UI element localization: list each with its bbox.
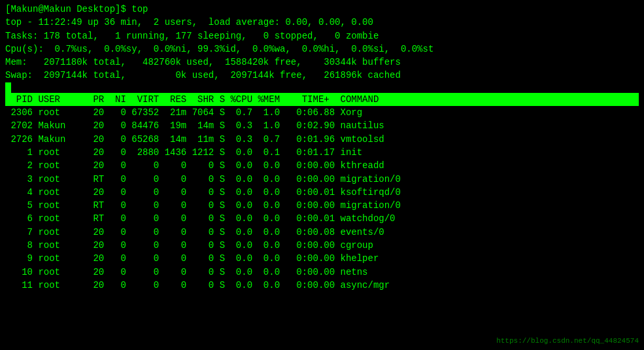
watermark: https://blog.csdn.net/qq_44824574 xyxy=(496,337,639,345)
header-line: top - 11:22:49 up 36 min, 2 users, load … xyxy=(5,16,639,29)
header-line: Cpu(s): 0.7%us, 0.0%sy, 0.0%ni, 99.3%id,… xyxy=(5,43,639,56)
process-list: 2306 root 20 0 67352 21m 7064 S 0.7 1.0 … xyxy=(5,106,639,292)
process-row: 11 root 20 0 0 0 0 S 0.0 0.0 0:00.00 asy… xyxy=(5,279,639,292)
process-row: 1 root 20 0 2880 1436 1212 S 0.0 0.1 0:0… xyxy=(5,146,639,159)
process-row: 4 root 20 0 0 0 0 S 0.0 0.0 0:00.01 ksof… xyxy=(5,186,639,199)
prompt-line: [Makun@Makun Desktop]$ top xyxy=(5,3,639,16)
process-row: 2306 root 20 0 67352 21m 7064 S 0.7 1.0 … xyxy=(5,106,639,119)
process-row: 10 root 20 0 0 0 0 S 0.0 0.0 0:00.00 net… xyxy=(5,266,639,279)
cursor-line xyxy=(5,82,639,93)
header-line: Mem: 2071180k total, 482760k used, 15884… xyxy=(5,56,639,69)
top-headers: top - 11:22:49 up 36 min, 2 users, load … xyxy=(5,16,639,82)
process-row: 3 root RT 0 0 0 0 S 0.0 0.0 0:00.00 migr… xyxy=(5,173,639,186)
process-row: 2726 Makun 20 0 65268 14m 11m S 0.3 0.7 … xyxy=(5,133,639,146)
terminal-window: [Makun@Makun Desktop]$ top top - 11:22:4… xyxy=(0,0,644,350)
process-row: 5 root RT 0 0 0 0 S 0.0 0.0 0:00.00 migr… xyxy=(5,199,639,212)
header-line: Swap: 2097144k total, 0k used, 2097144k … xyxy=(5,69,639,82)
header-line: Tasks: 178 total, 1 running, 177 sleepin… xyxy=(5,29,639,43)
process-row: 9 root 20 0 0 0 0 S 0.0 0.0 0:00.00 khel… xyxy=(5,252,639,265)
process-row: 2 root 20 0 0 0 0 S 0.0 0.0 0:00.00 kthr… xyxy=(5,159,639,172)
process-row: 2702 Makun 20 0 84476 19m 14m S 0.3 1.0 … xyxy=(5,119,639,132)
cursor xyxy=(5,82,11,93)
process-row: 7 root 20 0 0 0 0 S 0.0 0.0 0:00.08 even… xyxy=(5,226,639,239)
column-header-row: PID USER PR NI VIRT RES SHR S %CPU %MEM … xyxy=(5,93,639,106)
process-row: 6 root RT 0 0 0 0 S 0.0 0.0 0:00.01 watc… xyxy=(5,212,639,225)
process-row: 8 root 20 0 0 0 0 S 0.0 0.0 0:00.00 cgro… xyxy=(5,239,639,252)
